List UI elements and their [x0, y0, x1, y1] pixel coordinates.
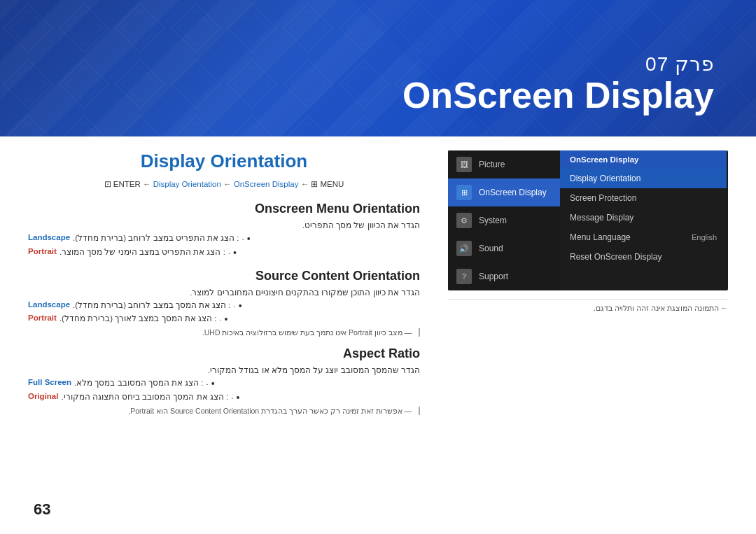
breadcrumb-enter-icon: ⊡	[104, 180, 111, 188]
onscreen-bullet-landscape: .: הצג את התפריט במצב לרוחב (ברירת מחדל)…	[28, 233, 420, 245]
sound-icon: 🔊	[456, 241, 472, 256]
menu-right-item-message-display[interactable]: Message Display	[560, 208, 727, 227]
aspect-ratio-heading: Aspect Ratio	[28, 346, 420, 361]
menu-right-item-menu-language[interactable]: Menu Language English	[560, 227, 727, 247]
menu-right-item-display-orientation[interactable]: Display Orientation	[560, 169, 727, 188]
onscreen-icon: ⊞	[456, 185, 472, 200]
picture-icon: 🖼	[456, 157, 472, 172]
screen-protection-label: Screen Protection	[570, 193, 636, 203]
menu-panel: 🖼 Picture ⊞ OnScreen Display ⚙ System 🔊 …	[448, 150, 728, 425]
breadcrumb-menu-icon: ⊞	[311, 180, 318, 188]
menu-right-item-reset[interactable]: Reset OnScreen Display	[560, 247, 727, 267]
breadcrumb-arrow2: ←	[223, 180, 234, 188]
header-title: OnScreen Display	[402, 76, 714, 115]
breadcrumb-menu-label: MENU	[321, 180, 344, 188]
footnote: התמונה המוצגת אינה זהה ותלויה בדגם.	[448, 304, 728, 312]
menu-left-column: 🖼 Picture ⊞ OnScreen Display ⚙ System 🔊 …	[448, 150, 560, 290]
breadcrumb-enter-label: ENTER	[113, 180, 141, 188]
display-orientation-label: Display Orientation	[570, 174, 640, 183]
menu-right-column: OnScreen Display Display Orientation Scr…	[560, 150, 727, 290]
menu-language-label: Menu Language	[570, 232, 631, 242]
onscreen-bullet-portrait: .: הצג את התפריט במצב הימני של מסך המוצר…	[28, 247, 420, 259]
aspect-bullet-original: .: הצג את המסך המסובב ביחס התצוגה המקורי…	[28, 392, 420, 404]
source-content-bullets: .: הצג את המסך במצב לרוחב (ברירת מחדל). …	[28, 300, 420, 326]
source-bullet-landscape: .: הצג את המסך במצב לרוחב (ברירת מחדל). …	[28, 300, 420, 312]
onscreen-menu-heading: Onscreen Menu Orientation	[28, 202, 420, 216]
breadcrumb-onscreen-display: OnScreen Display	[234, 180, 299, 188]
section-main-title: Display Orientation	[28, 150, 420, 172]
aspect-ratio-note: ― אפשרות זאת זמינה רק כאשר הערך בהגדרת S…	[28, 407, 420, 415]
onscreen-menu-bullets: .: הצג את התפריט במצב לרוחב (ברירת מחדל)…	[28, 233, 420, 259]
aspect-ratio-bullets: .: הצג את המסך המסובב במסך מלא. Full Scr…	[28, 378, 420, 404]
system-icon: ⚙	[456, 213, 472, 228]
menu-label-sound: Sound	[479, 244, 503, 253]
main-content: Display Orientation ⊡ ENTER ← Display Or…	[0, 150, 756, 425]
onscreen-menu-desc: הגדר את הכיוון של מסך התפריט.	[28, 220, 420, 230]
menu-item-picture[interactable]: 🖼 Picture	[448, 150, 560, 178]
onscreen-menu-section: Onscreen Menu Orientation הגדר את הכיוון…	[28, 202, 420, 259]
message-display-label: Message Display	[570, 213, 634, 223]
menu-item-sound[interactable]: 🔊 Sound	[448, 234, 560, 262]
menu-label-onscreen: OnScreen Display	[479, 188, 547, 197]
breadcrumb: ⊡ ENTER ← Display Orientation ← OnScreen…	[28, 179, 420, 189]
header-text: פרק 07 OnScreen Display	[402, 52, 714, 115]
menu-container: 🖼 Picture ⊞ OnScreen Display ⚙ System 🔊 …	[448, 150, 728, 290]
reset-label: Reset OnScreen Display	[570, 252, 662, 262]
menu-item-onscreen[interactable]: ⊞ OnScreen Display	[448, 178, 560, 206]
text-column: Display Orientation ⊡ ENTER ← Display Or…	[28, 150, 427, 425]
source-bullet-portrait: .: הצג את המסך במצב לאורך (ברירת מחדל). …	[28, 314, 420, 325]
source-content-note: ― מצב כיוון Portrait אינו נתמך בעת שימוש…	[28, 328, 420, 337]
header-banner: פרק 07 OnScreen Display	[0, 0, 756, 136]
breadcrumb-arrow1: ←	[143, 180, 153, 188]
source-content-section: Source Content Orientation הגדר את כיוון…	[28, 269, 420, 337]
menu-label-support: Support	[479, 272, 508, 281]
menu-label-picture: Picture	[479, 160, 505, 169]
aspect-bullet-fullscreen: .: הצג את המסך המסובב במסך מלא. Full Scr…	[28, 378, 420, 390]
menu-item-support[interactable]: ? Support	[448, 262, 560, 290]
menu-right-item-screen-protection[interactable]: Screen Protection	[560, 188, 727, 208]
menu-right-header: OnScreen Display	[560, 150, 727, 169]
menu-screenshot: 🖼 Picture ⊞ OnScreen Display ⚙ System 🔊 …	[448, 150, 728, 290]
source-content-desc: הגדר את כיוון התוכן שמקורו בהתקנים חיצונ…	[28, 288, 420, 297]
page-number: 63	[34, 500, 50, 519]
support-icon: ?	[456, 269, 472, 284]
menu-label-system: System	[479, 216, 507, 225]
aspect-ratio-desc: הגדר שהמסך המסובב יוצג על המסך מלא או בג…	[28, 365, 420, 375]
chapter-label: פרק 07	[402, 52, 714, 76]
breadcrumb-arrow3: ←	[301, 180, 312, 188]
aspect-ratio-section: Aspect Ratio הגדר שהמסך המסובב יוצג על ה…	[28, 346, 420, 415]
breadcrumb-display-orientation: Display Orientation	[153, 180, 221, 188]
menu-item-system[interactable]: ⚙ System	[448, 206, 560, 234]
separator	[448, 299, 728, 300]
menu-language-value: English	[692, 233, 717, 241]
source-content-heading: Source Content Orientation	[28, 269, 420, 283]
